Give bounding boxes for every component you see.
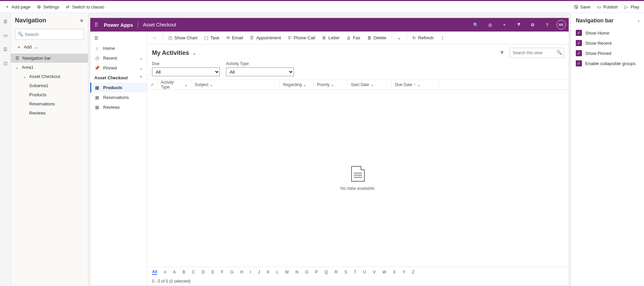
alpha-letter[interactable]: X <box>393 270 396 274</box>
nav-add-button[interactable]: ＋ Add ⌄ <box>11 42 88 52</box>
alpha-letter[interactable]: W <box>382 270 386 274</box>
option-show-pinned[interactable]: ✓ Show Pinned <box>574 48 641 58</box>
option-show-home[interactable]: ✓ Show Home <box>574 28 641 38</box>
add-page-button[interactable]: ＋ Add page <box>4 3 31 11</box>
cmd-show-chart[interactable]: ◫Show Chart <box>166 34 200 42</box>
alpha-letter[interactable]: # <box>164 270 166 274</box>
view-dropdown-icon[interactable]: ⌄ <box>192 50 196 56</box>
side-nav-reservations[interactable]: ▦ Reservations <box>90 93 147 102</box>
col-regarding[interactable]: Regarding ⌄ <box>280 80 314 89</box>
side-nav-label: Reservations <box>103 95 129 100</box>
alpha-letter[interactable]: Q <box>325 270 328 274</box>
rail-tree-icon[interactable]: ☲ <box>3 47 7 52</box>
side-nav-pinned[interactable]: 📌 Pinned ⌄ <box>90 63 147 73</box>
side-nav-reviews[interactable]: ▦ Reviews <box>90 102 147 112</box>
waffle-icon[interactable]: ⠿ <box>93 22 99 28</box>
alpha-letter[interactable]: Z <box>412 270 414 274</box>
cmd-delete[interactable]: 🗑Delete <box>364 34 389 42</box>
filter-type-select[interactable]: All <box>226 67 294 76</box>
col-priority[interactable]: Priority ⌄ <box>314 80 347 89</box>
alpha-letter[interactable]: U <box>363 270 366 274</box>
alpha-letter[interactable]: J <box>258 270 260 274</box>
nav-search-input[interactable] <box>15 29 84 40</box>
alpha-letter[interactable]: F <box>221 270 223 274</box>
header-assistant-icon[interactable]: ◎ <box>485 20 495 29</box>
alpha-letter[interactable]: T <box>354 270 356 274</box>
cmd-appointment[interactable]: 🗓Appointment <box>247 34 284 42</box>
navigation-panel: Navigation ✕ 🔍 ＋ Add ⌄ ☰ Navigation bar … <box>11 13 88 286</box>
header-filter-icon[interactable]: ⧩ <box>514 20 523 29</box>
option-show-recent[interactable]: ✓ Show Recent <box>574 38 641 48</box>
alpha-letter[interactable]: S <box>344 270 347 274</box>
tree-item-asset-checkout[interactable]: ⌄ Asset Checkout <box>11 72 88 81</box>
side-nav-products[interactable]: ▦ Products <box>90 83 147 93</box>
alpha-letter[interactable]: L <box>276 270 279 274</box>
alpha-letter[interactable]: N <box>296 270 299 274</box>
alpha-letter[interactable]: D <box>202 270 205 274</box>
col-start-date[interactable]: Start Date ⌄ <box>347 80 392 89</box>
header-gear-icon[interactable]: ⚙ <box>528 20 537 29</box>
close-icon[interactable]: ✕ <box>80 18 84 23</box>
alpha-letter[interactable]: C <box>192 270 195 274</box>
avatar[interactable]: MK <box>556 20 566 29</box>
alpha-letter[interactable]: B <box>183 270 185 274</box>
grid-select-all[interactable]: ✓ <box>147 80 157 89</box>
publish-button[interactable]: ▭ Publish <box>596 3 619 11</box>
switch-classic-button[interactable]: ⇄ Switch to classic <box>65 3 105 11</box>
col-activity-type[interactable]: Activity Type ⌄ <box>157 80 191 89</box>
chevron-down-icon: ⌄ <box>184 82 188 87</box>
alpha-letter[interactable]: K <box>267 270 269 274</box>
alpha-letter[interactable]: R <box>335 270 338 274</box>
col-subject[interactable]: Subject ⌄ <box>191 80 280 89</box>
collapse-panel-icon[interactable]: › <box>638 18 639 23</box>
header-search-icon[interactable]: 🔍 <box>471 20 480 29</box>
side-nav-hamburger-icon[interactable]: ☰ <box>90 33 147 43</box>
filter-due-select[interactable]: All <box>152 67 220 76</box>
alpha-letter[interactable]: A <box>173 270 176 274</box>
header-help-icon[interactable]: ? <box>542 20 552 29</box>
cmd-delete-dropdown[interactable]: ⌄ <box>395 34 404 42</box>
cmd-email[interactable]: ✉Email <box>224 34 246 42</box>
cmd-overflow[interactable]: ⋮ <box>438 34 448 42</box>
alpha-letter[interactable]: P <box>315 270 318 274</box>
cmd-refresh[interactable]: ↻Refresh <box>410 34 436 42</box>
col-due-date[interactable]: Due Date ↑ ⌄ <box>392 80 439 89</box>
filter-type-label: Activity Type <box>226 61 294 66</box>
tree-item-navigation-bar[interactable]: ☰ Navigation bar <box>11 54 88 63</box>
rail-hamburger-icon[interactable]: ☰ <box>3 19 7 24</box>
tree-item-reviews[interactable]: Reviews <box>11 108 88 118</box>
open-filter-icon[interactable]: ⧩ <box>500 50 504 56</box>
alpha-letter[interactable]: O <box>305 270 308 274</box>
side-nav-group-asset-checkout[interactable]: Asset Checkout ⌃ <box>90 73 147 83</box>
alpha-letter[interactable]: I <box>250 270 251 274</box>
view-search-input[interactable] <box>510 48 564 58</box>
side-nav-recent[interactable]: ◷ Recent ⌄ <box>90 53 147 63</box>
back-button[interactable]: ← <box>150 34 160 42</box>
option-collapsible-groups[interactable]: ✓ Enable collapsible groups <box>574 58 641 68</box>
play-button[interactable]: ▷ Play <box>623 3 640 11</box>
swap-icon: ⇄ <box>65 4 70 9</box>
header-plus-icon[interactable]: ＋ <box>499 20 509 29</box>
alpha-letter[interactable]: All <box>152 269 157 275</box>
tree-item-area1[interactable]: ⌄ Area1 <box>11 63 88 72</box>
option-label: Show Pinned <box>585 51 611 56</box>
tree-item-products[interactable]: Products <box>11 90 88 99</box>
side-nav-home[interactable]: ⌂ Home <box>90 43 147 53</box>
save-button[interactable]: 🖫 Save <box>573 3 591 11</box>
rail-data-icon[interactable]: ◫ <box>3 61 7 66</box>
tree-item-subarea1[interactable]: Subarea1 <box>11 81 88 90</box>
alpha-letter[interactable]: H <box>240 270 243 274</box>
cmd-task[interactable]: ▢Task <box>202 34 222 42</box>
rail-page-icon[interactable]: ▭ <box>3 33 7 38</box>
alpha-letter[interactable]: V <box>373 270 376 274</box>
cmd-letter[interactable]: 🗎Letter <box>319 34 342 42</box>
alpha-letter[interactable]: E <box>211 270 214 274</box>
cmd-phone-call[interactable]: ✆Phone Call <box>285 34 318 42</box>
alpha-letter[interactable]: Y <box>402 270 405 274</box>
alpha-letter[interactable]: M <box>285 270 289 274</box>
tree-item-reservations[interactable]: Reservations <box>11 99 88 108</box>
cmd-fax[interactable]: 🖨Fax <box>344 34 363 42</box>
settings-button[interactable]: ⚙ Settings <box>36 3 60 11</box>
search-go-icon[interactable]: 🔍 <box>556 50 562 55</box>
alpha-letter[interactable]: G <box>230 270 233 274</box>
